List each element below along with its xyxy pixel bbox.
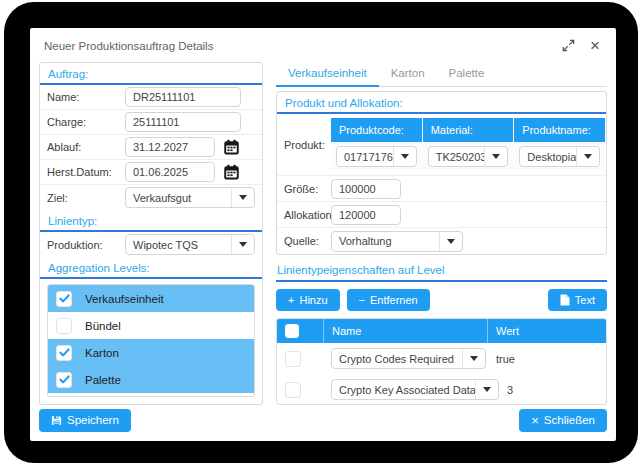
file-text-icon [560, 294, 570, 306]
charge-row: Charge: [40, 110, 262, 135]
properties-grid-header: Name Wert [277, 319, 606, 343]
chevron-down-icon [484, 147, 507, 166]
aggregation-item-buendel[interactable]: Bündel [48, 312, 254, 339]
produkt-table-values: 017171769869 TK25020301 [331, 142, 605, 171]
produktcode-column-header: Produktcode: [331, 118, 422, 142]
quelle-value: Vorhaltung [332, 235, 439, 247]
property-name-dropdown[interactable]: Crypto Codes Required [331, 348, 486, 369]
save-button[interactable]: Speichern [39, 409, 131, 432]
herstdatum-row: Herst.Datum: [40, 160, 262, 185]
text-button-label: Text [575, 294, 595, 306]
material-dropdown[interactable]: TK25020301 [428, 146, 509, 167]
close-icon[interactable]: × [588, 39, 602, 53]
produkt-allokation-panel: Produkt und Allokation: Produkt: Produkt… [276, 91, 607, 255]
property-row: Crypto Codes Required true [277, 343, 606, 374]
row-checkbox[interactable] [285, 351, 301, 367]
produktname-dropdown[interactable]: Desktopia Rus [519, 146, 600, 167]
close-button[interactable]: × Schließen [519, 409, 607, 432]
save-icon [51, 415, 62, 426]
ziel-row: Ziel: Verkaufsgut [40, 185, 262, 210]
close-button-label: Schließen [544, 414, 595, 426]
aggregation-item-label: Bündel [85, 320, 121, 332]
produktion-dropdown[interactable]: Wipotec TQS [125, 234, 255, 255]
produkt-label: Produkt: [284, 118, 331, 171]
property-name-value: Crypto Key Associated Data ID () [332, 384, 475, 396]
left-column: Auftrag: Name: Charge: Ablauf: [39, 62, 263, 405]
auftrag-panel: Auftrag: Name: Charge: Ablauf: [39, 62, 263, 405]
add-button-label: Hinzu [299, 294, 327, 306]
chevron-down-icon [576, 147, 599, 166]
groesse-input[interactable] [331, 179, 401, 199]
aggregation-item-palette[interactable]: Palette [48, 366, 254, 393]
dialog-title: Neuer Produktionsauftrag Details [44, 40, 561, 52]
checkbox-unchecked[interactable] [56, 318, 72, 334]
chevron-down-icon [475, 380, 498, 399]
row-checkbox[interactable] [285, 382, 301, 398]
ablauf-calendar-icon[interactable] [221, 137, 241, 157]
text-button[interactable]: Text [548, 289, 607, 311]
add-button[interactable]: + Hinzu [276, 289, 340, 311]
wert-column-header: Wert [488, 325, 606, 337]
property-name-dropdown[interactable]: Crypto Key Associated Data ID () [331, 379, 499, 400]
tab-karton[interactable]: Karton [379, 62, 437, 87]
dialog-footer: Speichern × Schließen [30, 405, 616, 441]
produkt-table-header: Produktcode: Material: Produktname: [331, 118, 605, 142]
chevron-down-icon [393, 147, 416, 166]
allokation-label: Allokation: [284, 209, 331, 221]
ziel-label: Ziel: [47, 192, 125, 204]
chevron-down-icon [462, 349, 485, 368]
linientyp-section-header: Linientyp: [40, 210, 262, 232]
aggregation-item-label: Verkaufseinheit [85, 293, 164, 305]
checkbox-checked[interactable] [56, 345, 72, 361]
herstdatum-date-input[interactable] [125, 162, 215, 182]
produkt-table: Produktcode: Material: Produktname: 0171… [331, 118, 605, 171]
tab-verkaufseinheit[interactable]: Verkaufseinheit [276, 62, 379, 87]
property-wert-value: true [488, 353, 606, 365]
aggregation-section-header: Aggregation Levels: [40, 257, 262, 279]
remove-button-label: Entfernen [370, 294, 418, 306]
checkbox-checked[interactable] [56, 291, 72, 307]
material-column-header: Material: [423, 118, 514, 142]
ablauf-date-input[interactable] [125, 137, 215, 157]
ablauf-label: Ablauf: [47, 141, 125, 153]
remove-button[interactable]: − Entfernen [347, 289, 430, 311]
groesse-row: Größe: [277, 176, 606, 202]
produktname-value: Desktopia Rus [520, 151, 576, 163]
dialog-content: Auftrag: Name: Charge: Ablauf: [30, 59, 616, 405]
allokation-row: Allokation: [277, 202, 606, 228]
produktcode-dropdown[interactable]: 017171769869 [336, 146, 417, 167]
level-tabs: Verkaufseinheit Karton Palette [276, 62, 607, 87]
herstdatum-label: Herst.Datum: [47, 166, 125, 178]
material-value: TK25020301 [429, 151, 485, 163]
produkt-allokation-header: Produkt und Allokation: [277, 92, 606, 114]
name-input[interactable] [125, 87, 241, 107]
checkbox-checked[interactable] [56, 372, 72, 388]
property-name-value: Crypto Codes Required [332, 353, 462, 365]
plus-icon: + [288, 294, 294, 306]
name-label: Name: [47, 91, 125, 103]
chevron-down-icon [231, 235, 254, 254]
charge-input[interactable] [125, 112, 241, 132]
ziel-value: Verkaufsgut [126, 192, 231, 204]
save-button-label: Speichern [67, 414, 119, 426]
quelle-dropdown[interactable]: Vorhaltung [331, 231, 463, 252]
produktcode-value: 017171769869 [337, 151, 393, 163]
name-column-header: Name [324, 325, 487, 337]
auftrag-section-header: Auftrag: [40, 63, 262, 85]
aggregation-item-label: Palette [85, 374, 121, 386]
select-all-checkbox[interactable] [285, 324, 299, 338]
tab-palette[interactable]: Palette [437, 62, 497, 87]
charge-label: Charge: [47, 116, 125, 128]
aggregation-item-karton[interactable]: Karton [48, 339, 254, 366]
properties-toolbar: + Hinzu − Entfernen Text [276, 289, 607, 311]
ziel-dropdown[interactable]: Verkaufsgut [125, 187, 255, 208]
produktion-value: Wipotec TQS [126, 239, 231, 251]
produktion-row: Produktion: Wipotec TQS [40, 232, 262, 257]
expand-icon[interactable] [561, 39, 575, 53]
aggregation-item-verkaufseinheit[interactable]: Verkaufseinheit [48, 285, 254, 312]
property-wert-value: 3 [499, 384, 607, 396]
ablauf-row: Ablauf: [40, 135, 262, 160]
herstdatum-calendar-icon[interactable] [221, 162, 241, 182]
allokation-input[interactable] [331, 205, 401, 225]
groesse-label: Größe: [284, 183, 331, 195]
